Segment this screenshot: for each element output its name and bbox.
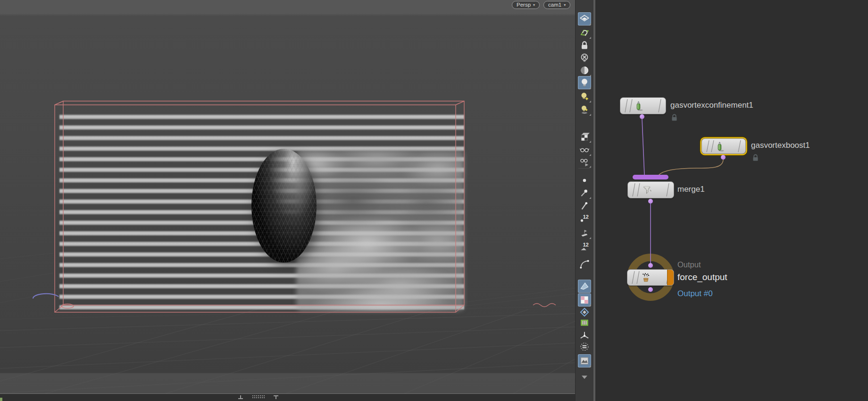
onion-skin-icon[interactable] <box>578 340 591 353</box>
lights-off-icon[interactable] <box>578 51 591 64</box>
caret-down-icon: ▾ <box>533 1 535 9</box>
node-label-gasvortexconfinement1[interactable]: gasvortexconfinement1 <box>670 101 753 110</box>
funnel-icon <box>641 185 651 195</box>
snap-construction-plane-icon[interactable] <box>578 26 591 39</box>
stereo-review-icon[interactable] <box>578 155 591 168</box>
lock-icon <box>671 114 677 123</box>
node-label-force_output[interactable]: force_output <box>677 272 727 282</box>
point-marker-icon[interactable] <box>578 199 591 213</box>
pink-curve-guide <box>533 304 556 307</box>
transparency-icon[interactable] <box>578 293 591 307</box>
node-output-dot[interactable] <box>648 287 653 292</box>
node-merge1[interactable] <box>627 181 674 198</box>
pane-tearoff-icon[interactable] <box>273 395 279 400</box>
point-numbers-icon[interactable]: 12 <box>578 212 591 225</box>
node-label-merge1[interactable]: merge1 <box>677 185 705 194</box>
show-hulls-icon[interactable] <box>578 257 591 271</box>
camera-select-label: cam1 <box>548 1 561 9</box>
svg-text:12: 12 <box>583 214 589 220</box>
perspective-menu-button[interactable]: Persp ▾ <box>512 1 540 9</box>
node-label-gasvortexboost1[interactable]: gasvortexboost1 <box>751 141 810 150</box>
checkered-flag-icon <box>641 273 651 283</box>
collision-sphere <box>251 149 317 263</box>
viewport-top-band <box>0 0 575 14</box>
prim-normals-icon[interactable] <box>578 226 591 239</box>
node-output-index-label: Output #0 <box>677 289 713 299</box>
toolbar-divider <box>578 168 591 169</box>
show-points-icon[interactable] <box>578 174 591 187</box>
node-input-dot[interactable] <box>648 263 653 268</box>
node-output-context-label: Output <box>677 260 701 269</box>
display-flag-segment[interactable] <box>667 270 674 285</box>
sphere-wireframe-mesh <box>251 149 317 263</box>
pane-anchor-icon[interactable] <box>238 395 243 400</box>
pane-corner-marker <box>0 398 2 401</box>
high-quality-lighting-icon[interactable] <box>578 90 591 103</box>
materials-icon[interactable] <box>578 130 591 143</box>
node-force_output[interactable] <box>627 269 674 286</box>
turbulent-wake-smoke <box>296 149 464 311</box>
prim-numbers-icon[interactable]: 12 <box>578 240 591 253</box>
stereo-glasses-icon[interactable] <box>578 143 591 156</box>
point-trail-icon[interactable] <box>578 186 591 199</box>
lock-icon <box>752 154 759 163</box>
display-options-toolbar: 1212 <box>575 0 594 401</box>
node-output-dot[interactable] <box>721 155 726 160</box>
node-gasvortexconfinement1[interactable] <box>620 97 666 114</box>
merge-input-bar[interactable] <box>633 175 668 179</box>
headlight-only-icon[interactable] <box>578 64 591 77</box>
diamond-layers-icon[interactable] <box>578 12 591 26</box>
node-output-dot[interactable] <box>648 199 653 204</box>
blue-curve-guide <box>33 294 58 299</box>
scroll-down-icon[interactable] <box>578 370 591 384</box>
scene-viewport[interactable]: Persp ▾ cam1 ▾ <box>0 0 575 401</box>
houdini-window: Persp ▾ cam1 ▾ 1212 <box>0 0 868 401</box>
pane-splitter[interactable] <box>593 0 595 401</box>
hq-lighting-shadows-icon[interactable] <box>578 103 591 116</box>
pane-grip-dots[interactable] <box>252 395 266 399</box>
caret-down-icon: ▾ <box>564 1 566 9</box>
pane-bottom-strip <box>0 394 575 401</box>
perspective-menu-label: Persp <box>517 1 531 9</box>
network-editor[interactable] <box>595 0 868 401</box>
snapshot-icon[interactable] <box>578 354 591 367</box>
uv-overlay-icon[interactable] <box>578 316 591 329</box>
node-gasvortexboost1[interactable] <box>701 138 746 154</box>
gas-bottle-icon <box>633 101 643 111</box>
shaded-mode-icon[interactable] <box>578 280 591 293</box>
node-output-dot[interactable] <box>640 114 644 119</box>
svg-text:12: 12 <box>583 242 589 247</box>
normal-lighting-icon[interactable] <box>578 76 591 89</box>
camera-lock-icon[interactable] <box>578 39 591 52</box>
gas-bottle-icon <box>714 141 725 152</box>
camera-select-button[interactable]: cam1 ▾ <box>543 1 570 9</box>
